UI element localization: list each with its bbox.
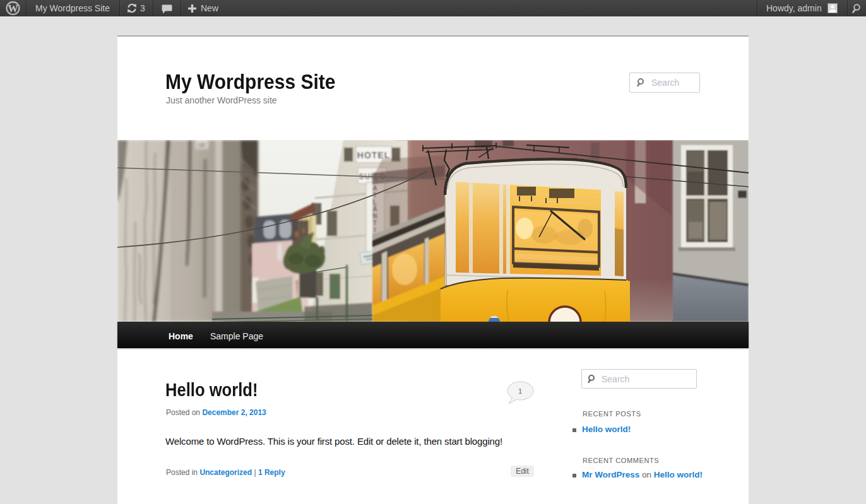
svg-text:UE: UE [198,142,206,148]
svg-text:HOTEL: HOTEL [357,150,390,160]
svg-text:W: W [8,3,18,14]
svg-text:1: 1 [518,387,522,395]
